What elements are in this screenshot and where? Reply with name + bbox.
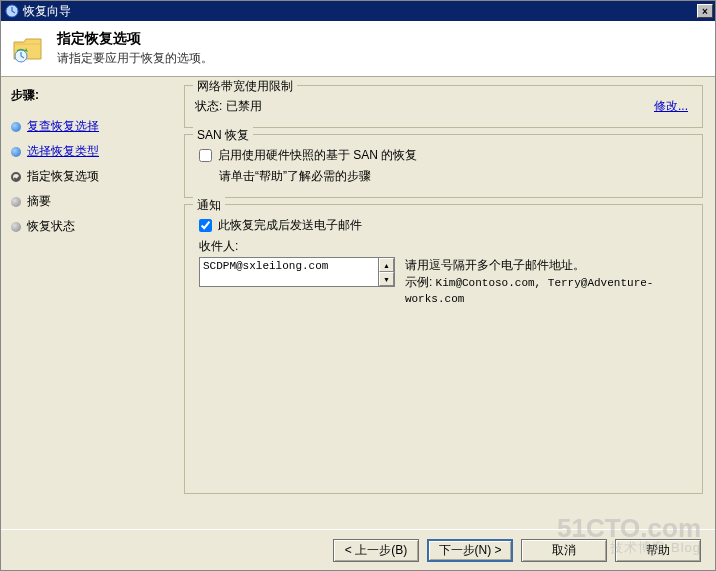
- san-hint: 请单击“帮助”了解必需的步骤: [199, 168, 692, 185]
- header-text: 指定恢复选项 请指定要应用于恢复的选项。: [57, 30, 213, 67]
- recovery-folder-icon: [11, 32, 45, 66]
- step-review-selection[interactable]: 复查恢复选择: [11, 114, 166, 139]
- step-current-icon: [11, 172, 21, 182]
- group-san: SAN 恢复 启用使用硬件快照的基于 SAN 的恢复 请单击“帮助”了解必需的步…: [184, 134, 703, 198]
- group-throttle: 网络带宽使用限制 状态: 已禁用 修改...: [184, 85, 703, 128]
- steps-heading: 步骤:: [11, 87, 166, 104]
- step-select-type[interactable]: 选择恢复类型: [11, 139, 166, 164]
- scroll-down-button[interactable]: ▼: [379, 272, 394, 286]
- next-button[interactable]: 下一步(N) >: [427, 539, 513, 562]
- step-specify-options[interactable]: 指定恢复选项: [11, 164, 166, 189]
- group-notify-legend: 通知: [193, 197, 225, 214]
- close-button[interactable]: ×: [697, 4, 713, 18]
- group-throttle-legend: 网络带宽使用限制: [193, 78, 297, 95]
- step-label: 恢复状态: [27, 218, 75, 235]
- step-label: 复查恢复选择: [27, 118, 99, 135]
- recipients-hint-prefix: 示例:: [405, 275, 436, 289]
- recipients-scroll: ▲ ▼: [378, 258, 394, 286]
- step-label: 选择恢复类型: [27, 143, 99, 160]
- options-panel: 网络带宽使用限制 状态: 已禁用 修改... SAN 恢复 启用使用硬件快照的基…: [176, 77, 715, 529]
- throttle-status-label: 状态:: [195, 99, 222, 113]
- notify-enable-row[interactable]: 此恢复完成后发送电子邮件: [199, 217, 692, 234]
- window-title: 恢复向导: [23, 3, 71, 20]
- san-enable-checkbox[interactable]: [199, 149, 212, 162]
- throttle-status-value: 已禁用: [226, 99, 262, 113]
- san-enable-label: 启用使用硬件快照的基于 SAN 的恢复: [218, 147, 417, 164]
- header-band: 指定恢复选项 请指定要应用于恢复的选项。: [1, 21, 715, 77]
- group-san-legend: SAN 恢复: [193, 127, 253, 144]
- step-recovery-status[interactable]: 恢复状态: [11, 214, 166, 239]
- recipients-hint: 请用逗号隔开多个电子邮件地址。 示例: Kim@Contoso.com, Ter…: [405, 257, 692, 305]
- content-area: 步骤: 复查恢复选择 选择恢复类型 指定恢复选项 摘要 恢复状态 网络带宽使用限…: [1, 77, 715, 529]
- back-button[interactable]: < 上一步(B): [333, 539, 419, 562]
- notify-enable-checkbox[interactable]: [199, 219, 212, 232]
- recipients-hint-line1: 请用逗号隔开多个电子邮件地址。: [405, 257, 692, 274]
- step-bullet-icon: [11, 222, 21, 232]
- cancel-button[interactable]: 取消: [521, 539, 607, 562]
- step-bullet-icon: [11, 197, 21, 207]
- recipients-label: 收件人:: [195, 238, 692, 255]
- step-bullet-icon: [11, 147, 21, 157]
- throttle-status: 状态: 已禁用: [195, 98, 262, 115]
- page-subtitle: 请指定要应用于恢复的选项。: [57, 50, 213, 67]
- page-title: 指定恢复选项: [57, 30, 213, 48]
- step-bullet-icon: [11, 122, 21, 132]
- wizard-title-icon: [5, 4, 19, 18]
- san-enable-row[interactable]: 启用使用硬件快照的基于 SAN 的恢复: [199, 147, 692, 164]
- group-notify: 通知 此恢复完成后发送电子邮件 收件人: ▲ ▼ 请用逗号隔开多个电子邮件地址。: [184, 204, 703, 494]
- wizard-footer: < 上一步(B) 下一步(N) > 取消 帮助: [1, 529, 715, 571]
- notify-enable-label: 此恢复完成后发送电子邮件: [218, 217, 362, 234]
- recipients-input[interactable]: [200, 258, 378, 286]
- scroll-up-button[interactable]: ▲: [379, 258, 394, 272]
- close-icon: ×: [702, 6, 708, 17]
- help-button[interactable]: 帮助: [615, 539, 701, 562]
- throttle-modify-link[interactable]: 修改...: [654, 98, 692, 115]
- recipients-hint-example: Kim@Contoso.com, Terry@Adventure-works.c…: [405, 277, 654, 305]
- step-label: 指定恢复选项: [27, 168, 99, 185]
- steps-sidebar: 步骤: 复查恢复选择 选择恢复类型 指定恢复选项 摘要 恢复状态: [1, 77, 176, 529]
- recipients-field-wrap: ▲ ▼: [199, 257, 395, 287]
- title-bar: 恢复向导 ×: [1, 1, 715, 21]
- step-label: 摘要: [27, 193, 51, 210]
- step-summary[interactable]: 摘要: [11, 189, 166, 214]
